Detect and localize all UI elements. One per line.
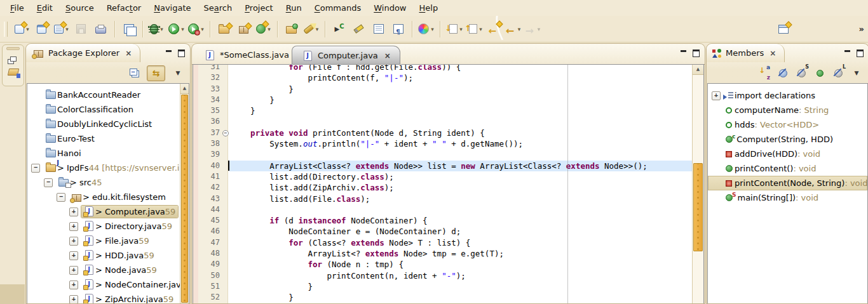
hide-static-icon[interactable]: S xyxy=(796,67,807,79)
code-line[interactable]: 40 ArrayList<Class<? extends Node>> list… xyxy=(193,161,693,171)
menu-item-help[interactable]: Help xyxy=(413,2,445,14)
scrollbar-thumb[interactable] xyxy=(181,95,188,303)
expand-icon[interactable]: + xyxy=(69,237,78,246)
collapse-icon[interactable]: − xyxy=(57,193,65,202)
tree-item[interactable]: −> IpdFs 44 [https://svnserver.i xyxy=(27,161,180,175)
close-icon[interactable]: × xyxy=(125,50,132,57)
member-item[interactable]: +import declarations xyxy=(708,88,867,103)
tree-item[interactable]: +> ZipArchiv.java 59 xyxy=(27,292,180,303)
code-line[interactable]: 31 for (File f : hdd.get(File.class)) { xyxy=(193,64,693,72)
link-with-editor-icon[interactable] xyxy=(147,65,165,81)
editor-tab--someclass-java[interactable]: *SomeClass.java xyxy=(194,46,299,64)
minimize-icon[interactable] xyxy=(844,50,850,52)
highlight-button[interactable] xyxy=(349,20,369,39)
code-line[interactable]: 33 } xyxy=(193,84,693,95)
code-line[interactable]: 43 list.add(File.class); xyxy=(193,194,693,204)
package-explorer-scrollbar[interactable]: ▲ xyxy=(180,84,189,303)
refresh-views-button[interactable] xyxy=(119,20,139,39)
member-item[interactable]: cComputer(String, HDD) xyxy=(708,132,867,147)
code-line[interactable]: 42 list.add(ZipArchiv.class); xyxy=(193,182,693,193)
code-line[interactable]: 48 ArrayList<? extends Node> tmp = e.get… xyxy=(193,248,693,259)
code-editor[interactable]: 31 for (File f : hdd.get(File.class)) {3… xyxy=(193,64,704,303)
menu-item-project[interactable]: Project xyxy=(238,2,280,14)
tree-item[interactable]: DoublyLinkedCyclicList xyxy=(27,117,180,131)
new-window-button[interactable] xyxy=(32,20,51,39)
back-button[interactable] xyxy=(503,20,523,39)
tree-item[interactable]: Euro-Test xyxy=(27,131,180,146)
open-type-button[interactable] xyxy=(281,20,301,39)
collapse-icon[interactable]: − xyxy=(31,164,40,173)
hide-fields-icon[interactable] xyxy=(777,67,789,79)
tree-item[interactable]: ColorClassification xyxy=(27,102,180,117)
member-item[interactable]: addDrive(HDD) : void xyxy=(708,147,867,161)
menu-item-refactor[interactable]: Refactor xyxy=(100,2,148,14)
minimize-icon[interactable] xyxy=(681,50,686,52)
close-icon[interactable]: × xyxy=(770,50,776,57)
run-button[interactable] xyxy=(166,20,186,39)
restore-view-icon[interactable] xyxy=(7,53,20,65)
new-wizard-button[interactable] xyxy=(12,20,32,39)
member-item[interactable]: hdds : Vector<HDD> xyxy=(708,117,867,132)
hide-local-types-icon[interactable]: L xyxy=(832,67,844,79)
code-line[interactable]: 41 list.add(Directory.class); xyxy=(193,171,693,182)
code-line[interactable]: 36 xyxy=(193,116,693,127)
sort-icon[interactable]: ↓ xyxy=(759,67,770,79)
editor-scrollbar[interactable]: ▲ xyxy=(692,65,703,303)
tree-item[interactable]: +> Directory.java 59 xyxy=(27,219,180,234)
menu-item-search[interactable]: Search xyxy=(198,2,239,14)
code-line[interactable]: 47 for (Class<? extends Node> T : list) … xyxy=(193,237,693,248)
new-package-button[interactable] xyxy=(234,20,254,39)
print-button[interactable] xyxy=(91,20,111,39)
new-task-button[interactable] xyxy=(329,20,349,39)
member-item[interactable]: computerName : String xyxy=(708,103,867,117)
code-line[interactable]: 51 } xyxy=(193,281,693,292)
member-item[interactable]: Smain(String[]) : void xyxy=(708,190,867,205)
new-fastview-button[interactable] xyxy=(773,20,793,39)
expand-icon[interactable]: + xyxy=(69,281,78,289)
forward-button[interactable] xyxy=(523,20,543,39)
scrollbar-thumb[interactable] xyxy=(693,163,703,251)
collapse-icon[interactable]: − xyxy=(44,178,53,187)
save-button[interactable] xyxy=(71,20,91,39)
code-line[interactable]: 37− private void printContent(Node d, St… xyxy=(193,128,693,138)
view-menu-icon[interactable] xyxy=(851,67,862,79)
menu-item-window[interactable]: Window xyxy=(367,2,412,14)
member-item[interactable]: printContent() : void xyxy=(708,161,867,176)
tree-item[interactable]: +> HDD.java 59 xyxy=(27,248,180,263)
expand-icon[interactable]: + xyxy=(69,222,78,231)
code-line[interactable]: 45 if (d instanceof NodeContainer) { xyxy=(193,215,693,226)
toolbar-overflow-chevron[interactable]: » xyxy=(859,16,864,42)
code-line[interactable]: 39 xyxy=(193,149,693,160)
editor-tab-computer-java[interactable]: Computer.java× xyxy=(292,46,400,65)
members-tab[interactable]: Members × xyxy=(707,44,785,62)
tree-item[interactable]: −> edu.kit.filesystem xyxy=(27,190,180,204)
code-line[interactable]: 35 } xyxy=(193,105,693,116)
new-java-project-button[interactable] xyxy=(214,20,234,39)
tree-item[interactable]: +> File.java 59 xyxy=(27,234,180,248)
code-line[interactable]: 50 printContent(n, ident + "-"); xyxy=(193,270,693,281)
scroll-up-icon[interactable]: ▲ xyxy=(180,84,189,94)
show-whitespace-button[interactable] xyxy=(388,20,408,39)
menu-item-source[interactable]: Source xyxy=(59,2,100,14)
member-item[interactable]: printContent(Node, String) : void xyxy=(708,176,867,190)
code-line[interactable]: 46 NodeContainer e = (NodeContainer) d; xyxy=(193,226,693,237)
code-line[interactable]: 32 printContent(f, "|-"); xyxy=(193,72,693,83)
package-explorer-tab[interactable]: Package Explorer × xyxy=(26,44,140,62)
close-icon[interactable]: × xyxy=(384,52,391,60)
code-line[interactable]: 34 } xyxy=(193,95,693,105)
color-wheel-button[interactable] xyxy=(416,20,436,39)
expand-icon[interactable]: + xyxy=(69,295,78,304)
search-button[interactable] xyxy=(301,20,321,39)
new-view-button[interactable] xyxy=(51,20,71,39)
tree-item[interactable]: Hanoi xyxy=(27,146,180,161)
open-folder-icon[interactable] xyxy=(7,66,20,77)
fold-collapse-icon[interactable]: − xyxy=(222,130,229,136)
expand-icon[interactable]: + xyxy=(712,91,721,100)
tree-item[interactable]: +> Node.java 59 xyxy=(27,263,180,277)
maximize-icon[interactable] xyxy=(178,50,185,57)
scroll-up-icon[interactable]: ▲ xyxy=(693,65,703,75)
menu-item-commands[interactable]: Commands xyxy=(308,2,368,14)
code-line[interactable]: 44 xyxy=(193,204,693,215)
debug-button[interactable] xyxy=(147,20,166,39)
code-line[interactable]: 38 System.out.println("|-" + ident + " "… xyxy=(193,138,693,149)
